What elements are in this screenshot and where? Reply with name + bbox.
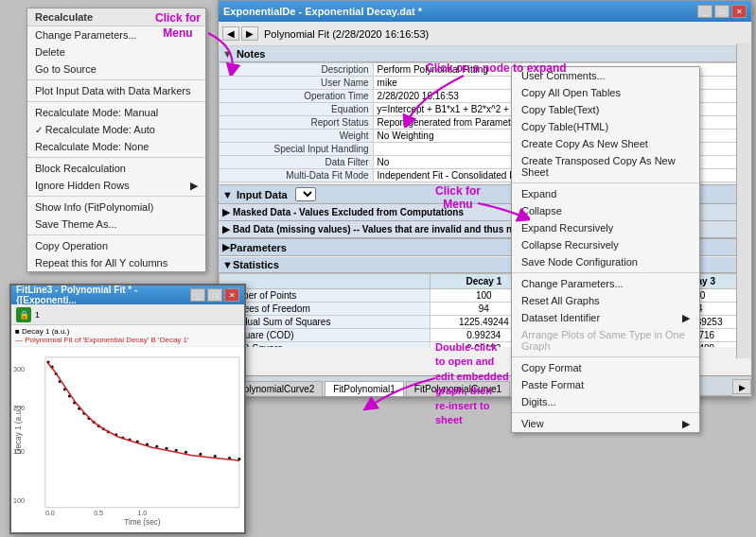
params-collapse-icon: ▶ [222, 241, 230, 253]
menu-expand-recursively[interactable]: Expand Recursively [512, 219, 699, 236]
menu-delete[interactable]: Delete [27, 43, 205, 61]
svg-text:150: 150 [13, 448, 25, 456]
nav-title: Polynomial Fit (2/28/2020 16:16:53) [264, 28, 429, 40]
fitline-titlebar-buttons: _ □ ✕ [190, 288, 239, 302]
rsep-4 [512, 412, 699, 413]
menu-repeat-all-y[interactable]: Repeat this for All Y columns [27, 254, 205, 271]
fitline-maximize[interactable]: □ [207, 288, 222, 302]
svg-text:0.0: 0.0 [45, 510, 55, 517]
graph-legend: ■ Decay 1 (a.u.) — Polynomial Fit of 'Ex… [11, 325, 244, 347]
left-context-menu: Recalculate Change Parameters... Delete … [26, 8, 206, 272]
annotation-text-1: Click forMenu [155, 11, 201, 40]
graph-area[interactable]: Decay 1 (a.u.) 300 200 150 100 0.0 0.5 1… [11, 347, 244, 532]
menu-reset-all-graphs[interactable]: Reset All Graphs [512, 292, 699, 309]
stats-col-empty [220, 274, 431, 289]
menu-collapse[interactable]: Collapse [512, 202, 699, 219]
tab-fitpolynomial1[interactable]: FitPolynomial1 [325, 381, 404, 396]
menu-expand[interactable]: Expand [512, 185, 699, 202]
fitline-title: FitLine3 - Polynomial Fit * - {[Exponent… [16, 285, 190, 305]
stats-collapse-icon: ▼ [222, 259, 233, 270]
toolbar-forward[interactable]: ▶ [241, 26, 258, 41]
menu-copy-format[interactable]: Copy Format [512, 359, 699, 376]
lock-icon: 🔒 [16, 307, 31, 322]
rsep-2 [512, 272, 699, 273]
fitline-close[interactable]: ✕ [224, 288, 239, 302]
legend-item-2: — Polynomial Fit of 'Exponential Decay' … [15, 336, 189, 344]
notes-label: Notes [237, 48, 266, 60]
menu-arrange-plots: Arrange Plots of Same Type in One Graph [512, 326, 699, 355]
legend-item-1: ■ Decay 1 (a.u.) [15, 327, 69, 336]
statistics-label: Statistics [233, 259, 279, 270]
svg-text:100: 100 [13, 497, 25, 505]
menu-copy-all-open[interactable]: Copy All Open Tables [512, 84, 699, 101]
masked-collapse-icon: ▶ [222, 206, 233, 217]
menu-recalc-manual[interactable]: Recalculate Mode: Manual [27, 104, 205, 121]
field-label: Description [220, 63, 374, 77]
input-data-label: Input Data [237, 189, 288, 200]
stat-label: R-Square (COD) [220, 329, 431, 342]
rsep-1 [512, 182, 699, 183]
stat-label: Residual Sum of Squares [220, 316, 431, 329]
field-label: Report Status [220, 116, 374, 130]
menu-go-to-source[interactable]: Go to Source [27, 61, 205, 78]
field-label: Multi-Data Fit Mode [220, 169, 374, 182]
annotation-click-for-menu-2: Click forMenu [435, 184, 481, 211]
stat-label: Adj. R-Square [220, 342, 431, 348]
svg-point-39 [199, 453, 202, 456]
field-label: Weight [220, 130, 374, 143]
svg-text:Decay 1 (a.u.): Decay 1 (a.u.) [14, 406, 23, 455]
graph-svg: Decay 1 (a.u.) 300 200 150 100 0.0 0.5 1… [11, 347, 244, 532]
menu-view[interactable]: View [512, 415, 699, 432]
menu-copy-table-text[interactable]: Copy Table(Text) [512, 101, 699, 118]
maximize-button[interactable]: □ [714, 5, 730, 18]
input-data-select[interactable] [295, 187, 316, 201]
svg-text:Time (sec): Time (sec) [124, 518, 161, 527]
menu-save-node-config[interactable]: Save Node Configuration [512, 253, 699, 270]
close-button[interactable]: ✕ [731, 5, 747, 18]
sep-3 [27, 157, 205, 158]
fitline-minimize[interactable]: _ [190, 288, 205, 302]
field-label: Special Input Handling [220, 143, 374, 156]
annotation-double-click: Double-clickto open andedit embeddedgrap… [435, 340, 509, 427]
titlebar-buttons: _ □ ✕ [697, 5, 747, 18]
svg-point-40 [214, 455, 217, 458]
fitline-toolbar: 🔒 1 [11, 304, 244, 325]
menu-show-info[interactable]: Show Info (FitPolynomial) [27, 199, 205, 216]
tab-scroll-right[interactable]: ▶ [732, 379, 751, 394]
menu-block-recalc[interactable]: Block Recalculation [27, 160, 205, 177]
main-scrollbar-v[interactable] [736, 43, 751, 358]
bad-collapse-icon: ▶ [222, 223, 233, 234]
menu-plot-input[interactable]: Plot Input Data with Data Markers [27, 82, 205, 99]
minimize-button[interactable]: _ [697, 5, 712, 18]
menu-digits[interactable]: Digits... [512, 393, 699, 410]
fitline-toolbar-label: 1 [35, 310, 40, 320]
fitline-window: FitLine3 - Polynomial Fit * - {[Exponent… [9, 284, 246, 534]
svg-text:0.5: 0.5 [94, 510, 103, 517]
menu-dataset-identifier[interactable]: Dataset Identifier [512, 309, 699, 326]
menu-r-change-params[interactable]: Change Parameters... [512, 275, 699, 292]
svg-text:200: 200 [13, 405, 25, 412]
annotation-node-text: Click on a node to expand [426, 61, 567, 75]
annotation-double-click-text: Double-clickto open andedit embeddedgrap… [435, 341, 509, 425]
sep-1 [27, 79, 205, 80]
svg-text:300: 300 [13, 366, 25, 373]
field-label: User Name [220, 77, 374, 90]
menu-create-transposed[interactable]: Create Transposed Copy As New Sheet [512, 152, 699, 181]
menu-collapse-recursively[interactable]: Collapse Recursively [512, 236, 699, 253]
menu-save-theme[interactable]: Save Theme As... [27, 216, 205, 233]
sep-5 [27, 234, 205, 235]
menu-copy-operation[interactable]: Copy Operation [27, 237, 205, 254]
menu-ignore-hidden[interactable]: Ignore Hidden Rows [27, 177, 205, 194]
stat-label: Number of Points [220, 289, 431, 303]
toolbar-back[interactable]: ◀ [222, 26, 239, 41]
menu-create-copy-new[interactable]: Create Copy As New Sheet [512, 135, 699, 152]
main-titlebar: ExponentialDe - Exponential Decay.dat * … [219, 1, 751, 22]
notes-section-header[interactable]: ▼ Notes [219, 46, 751, 62]
menu-recalc-none[interactable]: Recalculate Mode: None [27, 138, 205, 155]
input-collapse-icon: ▼ [222, 189, 233, 200]
notes-collapse-icon: ▼ [222, 48, 233, 60]
menu-copy-table-html[interactable]: Copy Table(HTML) [512, 118, 699, 135]
menu-recalc-auto[interactable]: Recalculate Mode: Auto [27, 121, 205, 138]
field-label: Operation Time [220, 90, 374, 103]
menu-paste-format[interactable]: Paste Format [512, 376, 699, 393]
